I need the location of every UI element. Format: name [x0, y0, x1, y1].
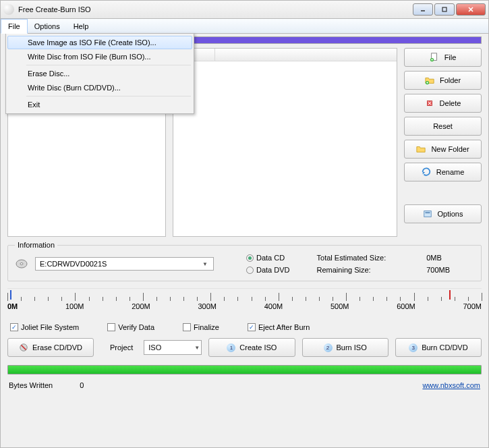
checkbox-icon: [183, 323, 191, 331]
rename-icon: [422, 167, 431, 177]
button-label: Create ISO: [239, 343, 277, 352]
radio-data-cd[interactable]: Data CD: [246, 254, 290, 262]
button-label: Burn ISO: [337, 343, 367, 352]
drive-combo[interactable]: E:CDRWDVD0021S ▼: [35, 257, 214, 271]
maximize-button[interactable]: [434, 3, 455, 16]
ruler-tick-label: 100M: [65, 302, 84, 310]
button-label: Erase CD/DVD: [32, 343, 82, 352]
button-label: Reset: [433, 122, 453, 130]
check-joliet[interactable]: Joliet File System: [10, 323, 79, 331]
radio-data-dvd[interactable]: Data DVD: [246, 266, 290, 274]
app-icon: [3, 4, 14, 15]
options-icon: [423, 209, 432, 219]
button-label: Rename: [436, 168, 465, 176]
menu-file[interactable]: File: [1, 19, 28, 34]
button-label: Burn CD/DVD: [422, 343, 467, 352]
project-combo[interactable]: ISO ▼: [144, 340, 202, 355]
menu-separator: [26, 96, 191, 96]
drive-value: E:CDRWDVD0021S: [40, 260, 107, 268]
menu-save-image-iso[interactable]: Save Image as ISO File (Create ISO)...: [7, 36, 192, 49]
checkbox-icon: [248, 323, 256, 331]
check-label: Verify Data: [118, 323, 154, 331]
ruler-tick-label: 400M: [264, 302, 283, 310]
folder-add-icon: [425, 76, 434, 85]
svg-point-17: [20, 263, 23, 265]
checkbox-icon: [10, 323, 18, 331]
menu-write-disc-iso[interactable]: Write Disc from ISO File (Burn ISO)...: [7, 50, 192, 63]
menu-separator: [26, 65, 191, 65]
check-eject[interactable]: Eject After Burn: [248, 323, 310, 331]
button-label: Options: [438, 210, 463, 218]
ruler-tick-label: 500M: [330, 302, 349, 310]
step-2-icon: 2: [324, 343, 333, 352]
ruler-tick-label: 200M: [132, 302, 150, 310]
information-legend: Information: [15, 241, 57, 249]
ruler-tick-label: 600M: [397, 302, 415, 310]
ruler-tick-label: 300M: [198, 302, 217, 310]
total-estimated-label: Total Estimated Size:: [317, 254, 386, 262]
file-list-header: e: [173, 49, 397, 61]
check-label: Finalize: [194, 323, 219, 331]
chevron-down-icon: ▼: [200, 261, 210, 267]
ruler-start-marker: [10, 290, 11, 300]
add-file-button[interactable]: File: [404, 48, 482, 67]
bytes-written-label: Bytes Written: [9, 381, 53, 389]
information-group: Information E:CDRWDVD0021S ▼ Data CD Dat…: [7, 245, 482, 281]
ruler-tick-label: 0M: [7, 302, 18, 310]
menu-erase-disc[interactable]: Erase Disc...: [7, 67, 192, 80]
button-label: New Folder: [431, 145, 469, 153]
radio-icon: [246, 267, 254, 274]
svg-rect-1: [442, 7, 447, 11]
delete-icon: [425, 99, 434, 108]
titlebar: Free Create-Burn ISO: [0, 0, 489, 19]
radio-label: Data CD: [256, 254, 285, 262]
create-iso-button[interactable]: 1 Create ISO: [208, 338, 295, 357]
burn-iso-button[interactable]: 2 Burn ISO: [302, 338, 389, 357]
project-value: ISO: [148, 343, 161, 352]
menu-write-disc-cd[interactable]: Write Disc (Burn CD/DVD)...: [7, 81, 192, 94]
options-button[interactable]: Options: [404, 204, 482, 223]
radio-icon: [246, 254, 254, 262]
progress-bar: [7, 365, 482, 374]
file-list-panel[interactable]: e: [173, 48, 397, 237]
file-add-icon: [430, 53, 439, 62]
rename-button[interactable]: Rename: [404, 163, 482, 181]
erase-icon: [19, 343, 28, 352]
total-estimated-value: 0MB: [426, 254, 450, 262]
add-folder-button[interactable]: Folder: [404, 71, 482, 90]
close-button[interactable]: [456, 3, 486, 16]
project-label: Project: [100, 343, 137, 352]
capacity-ruler: 0M100M200M300M400M500M600M700M: [7, 288, 482, 315]
button-label: Folder: [440, 76, 461, 84]
check-verify[interactable]: Verify Data: [107, 323, 154, 331]
svg-rect-15: [425, 212, 430, 213]
check-label: Joliet File System: [21, 323, 79, 331]
check-finalize[interactable]: Finalize: [183, 323, 219, 331]
minimize-button[interactable]: [413, 3, 433, 16]
remaining-size-value: 700MB: [426, 266, 450, 274]
svg-rect-14: [424, 211, 431, 217]
reset-button[interactable]: Reset: [404, 117, 482, 136]
window-title: Free Create-Burn ISO: [18, 5, 91, 13]
check-label: Eject After Burn: [258, 323, 310, 331]
drive-icon: [15, 258, 28, 269]
step-1-icon: 1: [227, 343, 235, 352]
erase-cd-dvd-button[interactable]: Erase CD/DVD: [7, 338, 94, 357]
new-folder-icon: [416, 144, 426, 154]
ruler-limit-marker: [449, 290, 451, 300]
file-menu-dropdown: Save Image as ISO File (Create ISO)... W…: [5, 33, 194, 114]
menu-exit[interactable]: Exit: [7, 98, 192, 111]
menu-options[interactable]: Options: [28, 19, 67, 33]
new-folder-button[interactable]: New Folder: [404, 140, 482, 159]
delete-button[interactable]: Delete: [404, 94, 482, 113]
checkbox-icon: [107, 323, 115, 331]
remaining-size-label: Remaining Size:: [317, 266, 386, 274]
menubar: File Options Help: [0, 19, 489, 34]
button-label: File: [444, 53, 457, 61]
radio-label: Data DVD: [256, 266, 290, 274]
website-link[interactable]: www.nbxsoft.com: [422, 381, 480, 389]
step-3-icon: 3: [409, 343, 418, 352]
burn-cd-dvd-button[interactable]: 3 Burn CD/DVD: [395, 338, 482, 357]
menu-help[interactable]: Help: [67, 19, 96, 33]
chevron-down-icon: ▼: [194, 345, 200, 351]
